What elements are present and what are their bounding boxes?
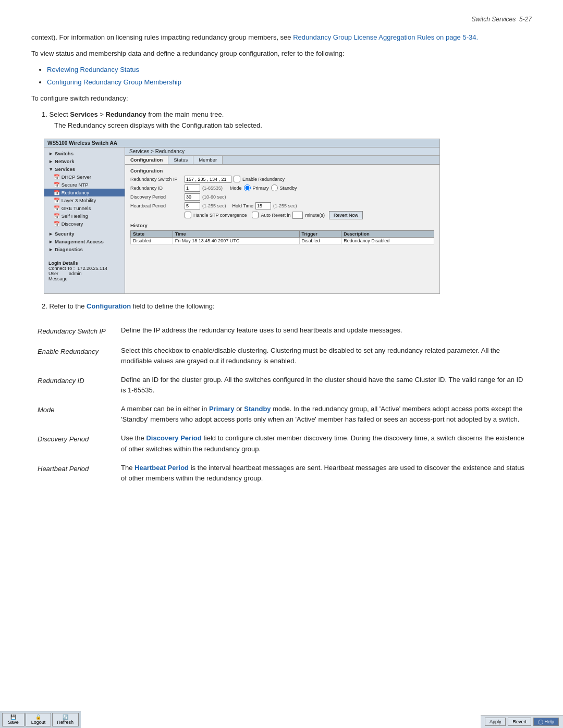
field-row-discovery: Discovery Period (10-60 sec) [130, 193, 434, 201]
sw-layout: ► Switchs ► Network ▼ Services 📅 DHCP Se… [44, 147, 439, 293]
heartbeat-period-input[interactable] [185, 202, 200, 209]
discovery-period-label: Discovery Period [130, 194, 182, 200]
def-row-mode: Mode A member can be in either in Primar… [31, 400, 532, 429]
col-trigger: Trigger [299, 230, 341, 237]
intro-paragraph: context). For information on licensing r… [31, 32, 532, 43]
heartbeat-desc-before: The [121, 464, 134, 472]
def-row-enable: Enable Redundancy Select this checkbox t… [31, 341, 532, 371]
help-button[interactable]: ◯ Help [533, 718, 559, 726]
switchip-input[interactable] [185, 176, 231, 183]
sw-top-bar: WS5100 Wireless Switch AA [44, 139, 439, 147]
history-row-1: Disabled Fri May 18 13:45:40 2007 UTC Di… [131, 237, 434, 244]
sidebar-item-gre[interactable]: 📅 GRE Tunnels [44, 204, 125, 212]
redundancy-id-input[interactable] [185, 184, 200, 192]
hold-time-label: Hold Time [232, 203, 254, 208]
auto-revert-input[interactable] [292, 212, 303, 219]
history-section: History State Time Trigger Description [130, 223, 434, 244]
tab-status[interactable]: Status [168, 156, 193, 164]
sidebar-item-switches[interactable]: ► Switchs [44, 150, 125, 157]
step-2-text: Refer to the [49, 302, 87, 310]
screenshot-panel: WS5100 Wireless Switch AA ► Switchs ► Ne… [44, 139, 440, 294]
redundancy-id-label: Redundancy ID [130, 186, 182, 191]
auto-revert-label: Auto Revert in [261, 213, 290, 218]
history-state: Disabled [131, 237, 173, 244]
def-term-heartbeat: Heartbeat Period [31, 459, 115, 488]
bullet-item-1[interactable]: Reviewing Redundancy Status [47, 65, 532, 76]
def-term-discovery: Discovery Period [31, 429, 115, 458]
mode-primary-radio[interactable] [244, 184, 251, 191]
step-intro: To configure switch redundancy: [31, 93, 532, 104]
def-desc-id: Define an ID for the cluster group. All … [115, 371, 532, 400]
revert-button[interactable]: Revert [508, 718, 531, 726]
step-2-number: 2. [42, 302, 47, 310]
connect-to: Connect To : 172.20.25.114 [48, 266, 120, 271]
sidebar-item-selfhealing[interactable]: 📅 Self Healing [44, 212, 125, 220]
page-number: 5-27 [519, 16, 532, 23]
col-time: Time [173, 230, 299, 237]
sidebar-item-layer3[interactable]: 📅 Layer 3 Mobility [44, 196, 125, 204]
heartbeat-bold: Heartbeat Period [134, 464, 189, 472]
def-row-discovery: Discovery Period Use the Discovery Perio… [31, 429, 532, 458]
mode-primary-label: Primary [253, 186, 269, 191]
message-label: Message [48, 276, 120, 281]
history-desc: Redundancy Disabled [341, 237, 434, 244]
mode-standby-radio[interactable] [271, 184, 278, 191]
field-row-switchip: Redundancy Switch IP Enable Redundancy [130, 176, 434, 183]
sidebar-item-diagnostics[interactable]: ► Diagnostics [44, 245, 125, 253]
login-title: Login Details [48, 261, 120, 266]
apply-button[interactable]: Apply [485, 718, 506, 726]
sw-tabs: Configuration Status Member [125, 156, 439, 165]
reviewing-redundancy-link[interactable]: Reviewing Redundancy Status [47, 66, 139, 73]
sidebar-item-services[interactable]: ▼ Services [44, 165, 125, 173]
handle-stp-checkbox[interactable] [185, 212, 191, 218]
page-title-label: Switch Services [472, 16, 516, 23]
sw-title: WS5100 Wireless Switch AA [47, 140, 117, 146]
sidebar-item-management[interactable]: ► Management Access [44, 238, 125, 245]
mode-standby-label: Standby [280, 186, 297, 191]
def-row-heartbeat: Heartbeat Period The Heartbeat Period is… [31, 459, 532, 488]
sidebar-item-dhcp[interactable]: 📅 DHCP Server [44, 173, 125, 181]
tab-configuration[interactable]: Configuration [125, 156, 168, 164]
step-1-bold1: Services [70, 110, 98, 118]
history-time: Fri May 18 13:45:40 2007 UTC [173, 237, 299, 244]
configuring-redundancy-link[interactable]: Configuring Redundancy Group Membership [47, 78, 181, 86]
step-1-rest: from the main menu tree. [146, 110, 224, 118]
enable-redundancy-checkbox[interactable] [234, 176, 240, 182]
discovery-bold: Discovery Period [146, 434, 201, 442]
mode-bold2: Standby [244, 405, 271, 413]
redundancy-id-range: (1-65535) [202, 186, 223, 191]
history-table: State Time Trigger Description Disabled … [130, 230, 434, 244]
sidebar-item-security[interactable]: ► Security [44, 230, 125, 238]
sw-config-section: Configuration Redundancy Switch IP Enabl… [125, 165, 439, 248]
hold-time-input[interactable] [255, 202, 271, 209]
auto-revert-checkbox[interactable] [252, 212, 259, 218]
sidebar-item-discovery[interactable]: 📅 Discovery [44, 220, 125, 228]
def-desc-enable: Select this checkbox to enable/disable c… [115, 341, 532, 371]
tab-member[interactable]: Member [193, 156, 223, 164]
col-state: State [131, 230, 173, 237]
step-1-bold2: Redundancy [106, 110, 146, 118]
intro-paragraph2: To view status and membership data and d… [31, 48, 532, 59]
sidebar-item-redundancy[interactable]: 📅 Redundancy [44, 189, 125, 196]
page-header: Switch Services 5-27 [31, 16, 532, 23]
mode-label: Mode [230, 186, 242, 191]
redundancy-group-link[interactable]: Redundancy Group License Aggregation Rul… [293, 33, 478, 41]
config-section-label: Configuration [130, 168, 434, 174]
heartbeat-period-range: (1-255 sec) [202, 203, 226, 208]
def-desc-mode: A member can be in either in Primary or … [115, 400, 532, 429]
login-details: Login Details Connect To : 172.20.25.114… [44, 258, 125, 283]
step-2-rest: field to define the following: [131, 302, 214, 310]
sidebar-item-network[interactable]: ► Network [44, 157, 125, 165]
enable-redundancy-label: Enable Redundancy [242, 177, 285, 182]
definition-table: Redundancy Switch IP Define the IP addre… [31, 321, 532, 488]
revert-now-button[interactable]: Revert Now [329, 211, 363, 219]
discovery-period-input[interactable] [185, 193, 200, 201]
def-row-switchip: Redundancy Switch IP Define the IP addre… [31, 321, 532, 341]
sidebar-item-ntp[interactable]: 📅 Secure NTP [44, 181, 125, 189]
field-row-options: Handle STP convergence Auto Revert in mi… [130, 211, 434, 219]
bullet-item-2[interactable]: Configuring Redundancy Group Membership [47, 77, 532, 88]
def-desc-discovery: Use the Discovery Period field to config… [115, 429, 532, 458]
step-2: 2. Refer to the Configuration field to d… [42, 301, 532, 312]
step-1: 1. Select Services > Redundancy from the… [42, 109, 532, 131]
discovery-desc-before: Use the [121, 434, 146, 442]
